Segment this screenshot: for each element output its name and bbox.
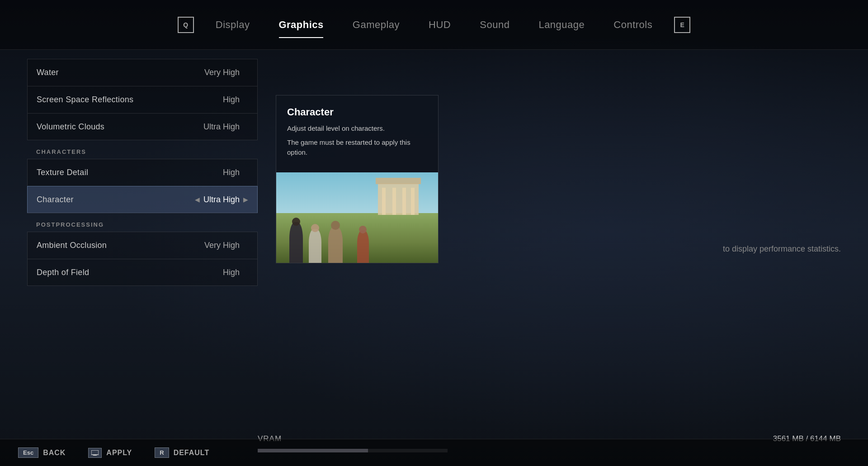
- scene-sim: [276, 172, 438, 263]
- head-1: [292, 218, 300, 226]
- tab-language[interactable]: Language: [524, 15, 599, 34]
- char-popup-title: Character: [287, 106, 427, 118]
- character-value: ◀ Ultra High ▶: [195, 195, 248, 204]
- characters-section-header: CHARACTERS: [27, 140, 258, 159]
- tab-graphics[interactable]: Graphics: [264, 15, 338, 34]
- apply-key-icon: [88, 448, 102, 458]
- svg-rect-1: [93, 455, 97, 456]
- perf-hint: to display performance statistics.: [723, 244, 841, 254]
- char-popup-note: The game must be restarted to apply this…: [287, 138, 427, 158]
- tab-sound[interactable]: Sound: [465, 15, 524, 34]
- water-value: ◀ Very High ▶: [196, 68, 248, 77]
- default-key: R: [155, 447, 169, 458]
- tab-display[interactable]: Display: [201, 15, 264, 34]
- character-popup: Character Adjust detail level on charact…: [276, 95, 439, 263]
- setting-character[interactable]: Character ◀ Ultra High ▶: [27, 186, 258, 213]
- setting-volumetric-clouds[interactable]: Volumetric Clouds ◀ Ultra High ▶: [27, 113, 258, 140]
- ssr-label: Screen Space Reflections: [37, 95, 133, 105]
- back-action[interactable]: Esc BACK: [18, 447, 66, 458]
- tab-hud[interactable]: HUD: [414, 15, 465, 34]
- info-panel: Character Adjust detail level on charact…: [258, 59, 868, 439]
- head-3: [331, 221, 340, 230]
- nav-right-icon[interactable]: E: [674, 17, 690, 33]
- default-action[interactable]: R DEFAULT: [155, 447, 209, 458]
- settings-panel: Water ◀ Very High ▶ Screen Space Reflect…: [0, 59, 258, 439]
- back-key: Esc: [18, 447, 38, 458]
- default-label: DEFAULT: [174, 449, 210, 457]
- dof-value: ◀ High ▶: [214, 268, 248, 277]
- column1: [382, 188, 386, 215]
- svg-rect-0: [91, 450, 99, 455]
- column2: [392, 188, 396, 215]
- setting-ambient-occlusion[interactable]: Ambient Occlusion ◀ Very High ▶: [27, 232, 258, 259]
- building-roof: [376, 178, 421, 184]
- texture-detail-label: Texture Detail: [37, 168, 88, 177]
- nav-bar: Q Display Graphics Gameplay HUD Sound La…: [0, 0, 868, 50]
- column4: [411, 188, 415, 215]
- tab-controls[interactable]: Controls: [599, 15, 667, 34]
- ao-label: Ambient Occlusion: [37, 241, 107, 250]
- setting-water[interactable]: Water ◀ Very High ▶: [27, 59, 258, 86]
- water-label: Water: [37, 68, 59, 77]
- apply-label: APPLY: [106, 449, 132, 457]
- texture-detail-value: ◀ High ▶: [214, 168, 248, 177]
- dof-label: Depth of Field: [37, 268, 89, 277]
- vol-clouds-label: Volumetric Clouds: [37, 122, 104, 132]
- head-2: [311, 224, 319, 232]
- setting-screen-space-reflections[interactable]: Screen Space Reflections ◀ High ▶: [27, 86, 258, 113]
- footer-bar: Esc BACK APPLY R DEFAULT: [0, 439, 868, 466]
- ao-value: ◀ Very High ▶: [196, 241, 248, 250]
- figure-2: [309, 229, 321, 263]
- figure-4: [357, 230, 369, 263]
- setting-texture-detail[interactable]: Texture Detail ◀ High ▶: [27, 159, 258, 186]
- head-4: [359, 226, 367, 233]
- character-arrow-left[interactable]: ◀: [195, 196, 200, 203]
- figure-3: [328, 227, 343, 263]
- character-label: Character: [37, 195, 74, 204]
- column3: [402, 188, 406, 215]
- setting-depth-of-field[interactable]: Depth of Field ◀ High ▶: [27, 259, 258, 286]
- building: [378, 183, 419, 215]
- tab-gameplay[interactable]: Gameplay: [338, 15, 414, 34]
- ssr-value: ◀ High ▶: [214, 95, 248, 105]
- figure-1: [289, 222, 303, 263]
- char-popup-text: Character Adjust detail level on charact…: [276, 95, 438, 172]
- postprocessing-section-header: POSTPROCESSING: [27, 213, 258, 232]
- vol-clouds-value: ◀ Ultra High ▶: [195, 122, 248, 132]
- character-arrow-right[interactable]: ▶: [243, 196, 248, 203]
- apply-action[interactable]: APPLY: [88, 448, 132, 458]
- char-popup-desc: Adjust detail level on characters.: [287, 124, 427, 134]
- char-popup-image: [276, 172, 438, 263]
- back-label: BACK: [43, 449, 66, 457]
- nav-left-icon[interactable]: Q: [178, 17, 194, 33]
- main-content: Water ◀ Very High ▶ Screen Space Reflect…: [0, 50, 868, 439]
